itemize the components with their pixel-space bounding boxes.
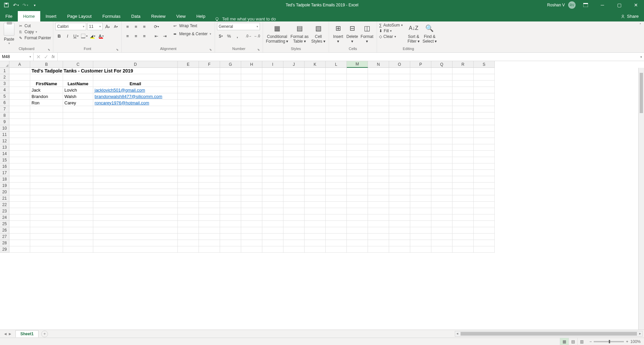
cell[interactable]	[474, 119, 495, 125]
conditional-formatting-button[interactable]: ▦Conditional Formatting ▾	[265, 23, 289, 44]
share-button[interactable]: Share	[621, 14, 644, 21]
cell[interactable]	[474, 100, 495, 106]
cell[interactable]	[220, 93, 241, 100]
bold-button[interactable]: B	[55, 32, 63, 40]
cell[interactable]	[326, 208, 347, 214]
cell[interactable]	[452, 208, 474, 214]
cell[interactable]	[9, 202, 30, 208]
cell[interactable]	[199, 112, 220, 119]
cell[interactable]	[347, 112, 368, 119]
cell[interactable]	[262, 100, 283, 106]
cell[interactable]	[389, 214, 410, 221]
cell[interactable]	[241, 208, 262, 214]
zoom-slider[interactable]	[594, 341, 624, 342]
cell[interactable]	[326, 87, 347, 93]
cell[interactable]	[389, 202, 410, 208]
cell[interactable]	[368, 87, 389, 93]
cell[interactable]	[30, 234, 63, 240]
cell[interactable]	[63, 119, 93, 125]
cell[interactable]	[199, 176, 220, 183]
cell[interactable]	[474, 144, 495, 151]
cell[interactable]	[262, 81, 283, 87]
cell[interactable]	[178, 240, 199, 246]
cell[interactable]	[262, 93, 283, 100]
cell[interactable]	[368, 68, 389, 74]
cell[interactable]	[93, 240, 178, 246]
cell[interactable]	[241, 170, 262, 176]
cell[interactable]	[220, 221, 241, 227]
cell[interactable]	[178, 234, 199, 240]
cell[interactable]	[283, 87, 305, 93]
cell[interactable]	[220, 246, 241, 253]
cell[interactable]	[262, 240, 283, 246]
row-header[interactable]: 13	[0, 144, 9, 151]
cell[interactable]	[199, 68, 220, 74]
cell[interactable]	[305, 138, 326, 144]
cell[interactable]	[305, 74, 326, 81]
cell[interactable]	[283, 214, 305, 221]
cell[interactable]	[63, 132, 93, 138]
cell[interactable]	[305, 170, 326, 176]
cell[interactable]	[93, 170, 178, 176]
cell[interactable]	[474, 106, 495, 112]
cell[interactable]	[474, 151, 495, 157]
borders-button[interactable]: ▾	[80, 32, 88, 40]
cell[interactable]	[474, 125, 495, 132]
cell[interactable]	[431, 81, 452, 87]
cell[interactable]: brandonwalsh8477@silicomm.com	[93, 93, 178, 100]
cell[interactable]	[474, 68, 495, 74]
cell[interactable]	[326, 132, 347, 138]
row-header[interactable]: 26	[0, 227, 9, 234]
cell[interactable]	[474, 214, 495, 221]
merge-center-button[interactable]: ⬌Merge & Center ▾	[171, 31, 213, 37]
cell[interactable]	[178, 125, 199, 132]
cell[interactable]	[199, 144, 220, 151]
cell[interactable]	[305, 157, 326, 163]
cell[interactable]	[305, 221, 326, 227]
cell[interactable]	[178, 221, 199, 227]
cell[interactable]	[389, 81, 410, 87]
cell[interactable]	[452, 68, 474, 74]
cell[interactable]	[326, 138, 347, 144]
cell[interactable]	[326, 240, 347, 246]
paste-button[interactable]: Paste ▾	[2, 23, 16, 45]
tab-review[interactable]: Review	[146, 11, 171, 21]
cell[interactable]	[93, 68, 178, 74]
cut-button[interactable]: ✂Cut	[18, 23, 51, 28]
cell[interactable]	[9, 68, 30, 74]
format-painter-button[interactable]: ✎Format Painter	[18, 36, 51, 40]
cell[interactable]	[431, 157, 452, 163]
cell[interactable]	[9, 234, 30, 240]
cell[interactable]	[262, 74, 283, 81]
alignment-launcher[interactable]: ⬊	[209, 48, 213, 52]
cell[interactable]	[347, 100, 368, 106]
cell[interactable]	[452, 176, 474, 183]
cell[interactable]	[241, 157, 262, 163]
user-avatar[interactable]: RV	[568, 1, 576, 9]
cell[interactable]	[283, 170, 305, 176]
align-middle-button[interactable]: ≡	[132, 23, 140, 30]
cell[interactable]	[220, 227, 241, 234]
cell[interactable]	[410, 195, 431, 202]
cell[interactable]	[389, 227, 410, 234]
cell[interactable]	[452, 138, 474, 144]
cell[interactable]	[30, 240, 63, 246]
cell[interactable]	[178, 227, 199, 234]
cell[interactable]	[199, 195, 220, 202]
cell[interactable]	[9, 151, 30, 157]
cell[interactable]	[178, 112, 199, 119]
cell[interactable]	[326, 214, 347, 221]
row-header[interactable]: 28	[0, 240, 9, 246]
cell[interactable]	[283, 221, 305, 227]
cell[interactable]	[326, 151, 347, 157]
cell[interactable]	[368, 214, 389, 221]
align-center-button[interactable]: ≡	[132, 32, 140, 40]
cell[interactable]	[199, 208, 220, 214]
row-header[interactable]: 1	[0, 68, 9, 74]
cell[interactable]	[283, 138, 305, 144]
cell[interactable]	[347, 240, 368, 246]
cell[interactable]	[410, 132, 431, 138]
cell[interactable]	[431, 100, 452, 106]
cell[interactable]	[326, 170, 347, 176]
cell[interactable]	[262, 87, 283, 93]
